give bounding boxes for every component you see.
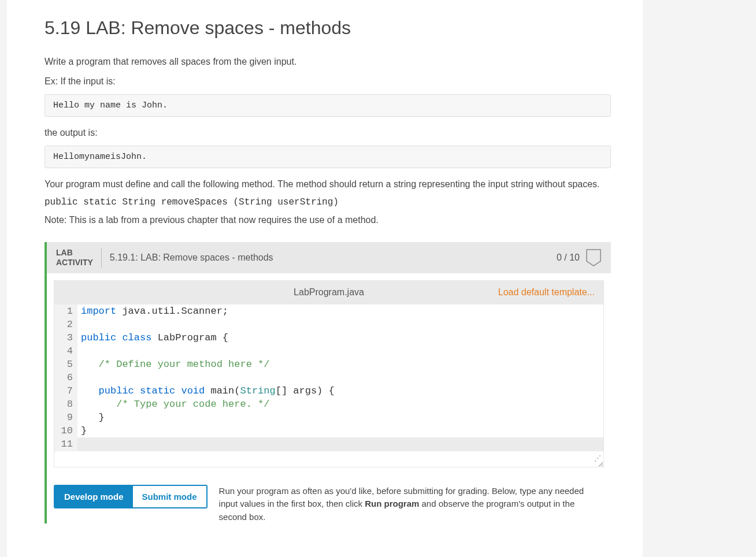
note-text: Note: This is a lab from a previous chap… <box>45 213 611 227</box>
line-content[interactable]: import java.util.Scanner; <box>77 305 603 318</box>
line-number: 3 <box>54 331 77 344</box>
code-line[interactable]: 6 <box>54 371 603 384</box>
line-number: 8 <box>54 398 77 411</box>
line-number: 5 <box>54 358 77 371</box>
lab-score: 0 / 10 <box>557 252 580 263</box>
badge-icon <box>585 248 602 267</box>
line-number: 1 <box>54 305 77 318</box>
code-line[interactable]: 2 <box>54 318 603 331</box>
example-input-block: Hello my name is John. <box>45 94 611 117</box>
line-number: 9 <box>54 411 77 424</box>
load-default-template-link[interactable]: Load default template... <box>498 287 595 298</box>
line-content[interactable]: /* Type your code here. */ <box>77 398 603 411</box>
code-line[interactable]: 7 public static void main(String[] args)… <box>54 384 603 398</box>
line-content[interactable] <box>77 437 603 451</box>
line-content[interactable] <box>77 371 603 384</box>
page-container: 5.19 LAB: Remove spaces - methods Write … <box>7 0 643 557</box>
code-line[interactable]: 10} <box>54 424 603 437</box>
lab-label-line2: ACTIVITY <box>56 258 93 267</box>
code-line[interactable]: 8 /* Type your code here. */ <box>54 398 603 411</box>
lab-header: LAB ACTIVITY 5.19.1: LAB: Remove spaces … <box>47 242 611 273</box>
line-content[interactable]: } <box>77 424 603 437</box>
intro-text: Write a program that removes all spaces … <box>45 55 611 69</box>
mode-section: Develop mode Submit mode Run your progra… <box>47 474 611 524</box>
line-number: 11 <box>54 437 77 451</box>
lab-activity-title: 5.19.1: LAB: Remove spaces - methods <box>102 252 557 263</box>
editor-wrapper: LabProgram.java Load default template...… <box>47 273 611 474</box>
output-label: the output is: <box>45 126 611 140</box>
line-content[interactable]: public class LabProgram { <box>77 331 603 344</box>
line-number: 10 <box>54 424 77 437</box>
develop-mode-button[interactable]: Develop mode <box>55 486 133 507</box>
line-number: 6 <box>54 371 77 384</box>
code-line[interactable]: 11 <box>54 437 603 451</box>
line-content[interactable]: } <box>77 411 603 424</box>
code-editor[interactable]: 1import java.util.Scanner;2 3public clas… <box>54 305 604 467</box>
method-signature: public static String removeSpaces (Strin… <box>45 197 611 207</box>
code-line[interactable]: 9 } <box>54 411 603 424</box>
resize-handle[interactable]: ⋰ <box>54 451 603 467</box>
run-program-bold: Run program <box>365 499 419 508</box>
line-number: 4 <box>54 344 77 358</box>
code-line[interactable]: 3public class LabProgram { <box>54 331 603 344</box>
editor-header: LabProgram.java Load default template... <box>54 280 604 305</box>
lab-label-line1: LAB <box>56 248 73 257</box>
code-line[interactable]: 1import java.util.Scanner; <box>54 305 603 318</box>
line-number: 7 <box>54 384 77 398</box>
method-description: Your program must define and call the fo… <box>45 177 611 191</box>
line-content[interactable]: /* Define your method here */ <box>77 358 603 371</box>
page-title: 5.19 LAB: Remove spaces - methods <box>45 17 611 39</box>
submit-mode-button[interactable]: Submit mode <box>133 486 206 507</box>
mode-help-text: Run your program as often as you'd like,… <box>219 485 604 524</box>
mode-button-group: Develop mode Submit mode <box>54 485 207 508</box>
code-line[interactable]: 5 /* Define your method here */ <box>54 358 603 371</box>
line-content[interactable] <box>77 318 603 331</box>
line-content[interactable] <box>77 344 603 358</box>
line-number: 2 <box>54 318 77 331</box>
description-block: Write a program that removes all spaces … <box>45 55 611 227</box>
lab-activity-label: LAB ACTIVITY <box>56 248 102 268</box>
example-output-block: HellomynameisJohn. <box>45 146 611 168</box>
code-line[interactable]: 4 <box>54 344 603 358</box>
line-content[interactable]: public static void main(String[] args) { <box>77 384 603 398</box>
example-label: Ex: If the input is: <box>45 75 611 88</box>
lab-activity-panel: LAB ACTIVITY 5.19.1: LAB: Remove spaces … <box>45 242 611 523</box>
